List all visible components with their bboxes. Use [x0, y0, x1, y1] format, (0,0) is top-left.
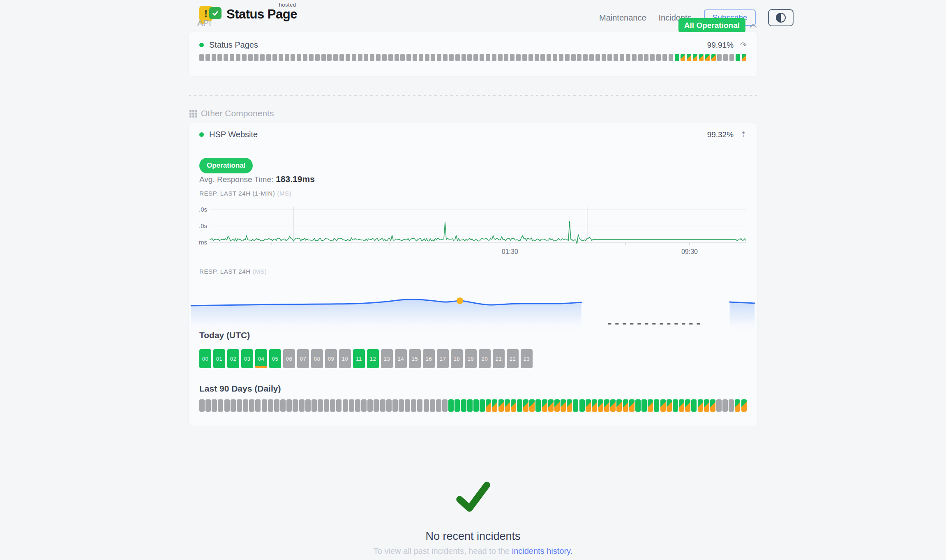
hour-cell[interactable]: 11 — [353, 349, 365, 368]
hour-cell[interactable]: 18 — [451, 349, 463, 368]
hour-cell[interactable]: 09 — [325, 349, 337, 368]
uptime-bar[interactable] — [629, 399, 635, 412]
uptime-bar[interactable] — [364, 54, 368, 61]
uptime-bar[interactable] — [650, 54, 655, 61]
uptime-bar[interactable] — [565, 54, 570, 61]
uptime-bar[interactable] — [486, 399, 491, 412]
uptime-bar[interactable] — [480, 54, 484, 61]
uptime-bar[interactable] — [285, 54, 289, 61]
uptime-bar[interactable] — [303, 54, 307, 61]
uptime-bar[interactable] — [577, 54, 581, 61]
uptime-bar[interactable] — [571, 54, 576, 61]
uptime-bar[interactable] — [199, 399, 205, 412]
uptime-bar[interactable] — [699, 54, 704, 61]
uptime-bar[interactable] — [217, 54, 222, 61]
uptime-bar[interactable] — [461, 54, 466, 61]
uptime-bar[interactable] — [602, 54, 606, 61]
uptime-bar[interactable] — [722, 399, 728, 412]
uptime-bar[interactable] — [498, 54, 503, 61]
uptime-bar[interactable] — [305, 399, 311, 412]
uptime-bar[interactable] — [638, 54, 643, 61]
collapse-arrow-icon[interactable]: ⇡ — [740, 130, 747, 139]
uptime-bar[interactable] — [291, 54, 295, 61]
uptime-bar[interactable] — [535, 54, 539, 61]
uptime-bar[interactable] — [449, 54, 454, 61]
uptime-bar[interactable] — [455, 54, 460, 61]
uptime-bar[interactable] — [224, 399, 230, 412]
uptime-bar[interactable] — [535, 399, 541, 412]
uptime-bar[interactable] — [505, 399, 510, 412]
uptime-bar[interactable] — [212, 54, 216, 61]
hour-cell[interactable]: 10 — [339, 349, 351, 368]
uptime-bar[interactable] — [279, 54, 283, 61]
uptime-bar[interactable] — [522, 54, 527, 61]
uptime-bar[interactable] — [361, 399, 367, 412]
uptime-bar[interactable] — [583, 54, 588, 61]
uptime-bar[interactable] — [405, 399, 410, 412]
uptime-bar[interactable] — [486, 54, 490, 61]
uptime-bar[interactable] — [380, 399, 385, 412]
uptime-bar[interactable] — [400, 54, 405, 61]
uptime-bar[interactable] — [693, 54, 697, 61]
uptime-bar[interactable] — [492, 399, 497, 412]
uptime-bar[interactable] — [419, 54, 423, 61]
uptime-bar[interactable] — [540, 54, 545, 61]
uptime-bar[interactable] — [260, 54, 265, 61]
uptime-bar[interactable] — [736, 54, 740, 61]
uptime-bar[interactable] — [711, 54, 716, 61]
uptime-bar[interactable] — [579, 399, 585, 412]
uptime-bar[interactable] — [705, 54, 710, 61]
uptime-bar[interactable] — [262, 399, 267, 412]
hour-cell[interactable]: 20 — [479, 349, 491, 368]
uptime-bar[interactable] — [679, 399, 684, 412]
uptime-bar[interactable] — [675, 54, 679, 61]
uptime-bar[interactable] — [406, 54, 411, 61]
uptime-bar[interactable] — [425, 54, 429, 61]
uptime-bar[interactable] — [268, 399, 273, 412]
uptime-bar[interactable] — [516, 54, 521, 61]
hour-cell[interactable]: 19 — [465, 349, 477, 368]
uptime-bar[interactable] — [205, 54, 210, 61]
uptime-bar[interactable] — [388, 54, 393, 61]
uptime-bar[interactable] — [248, 54, 253, 61]
uptime-bar[interactable] — [386, 399, 392, 412]
uptime-bar[interactable] — [349, 399, 354, 412]
uptime-bar[interactable] — [554, 399, 560, 412]
uptime-bar[interactable] — [528, 54, 533, 61]
uptime-bar[interactable] — [729, 399, 734, 412]
uptime-bar[interactable] — [641, 399, 647, 412]
uptime-bar[interactable] — [710, 399, 715, 412]
uptime-bar[interactable] — [467, 399, 473, 412]
uptime-bar[interactable] — [735, 399, 740, 412]
uptime-bar[interactable] — [437, 54, 441, 61]
hour-cell[interactable]: 16 — [423, 349, 435, 368]
uptime-bar[interactable] — [321, 54, 326, 61]
uptime-bar[interactable] — [529, 399, 535, 412]
uptime-bar[interactable] — [662, 54, 667, 61]
uptime-bar[interactable] — [510, 54, 515, 61]
uptime-bar[interactable] — [199, 54, 204, 61]
uptime-bar[interactable] — [620, 54, 624, 61]
uptime-bar[interactable] — [286, 399, 292, 412]
uptime-bar[interactable] — [473, 54, 478, 61]
uptime-bar[interactable] — [212, 399, 217, 412]
uptime-bar[interactable] — [413, 54, 417, 61]
uptime-bar[interactable] — [392, 399, 398, 412]
uptime-bar[interactable] — [455, 399, 460, 412]
uptime-bar[interactable] — [424, 399, 429, 412]
uptime-bar[interactable] — [274, 399, 279, 412]
uptime-bar[interactable] — [660, 399, 666, 412]
uptime-bar[interactable] — [352, 54, 356, 61]
hour-cell[interactable]: 21 — [493, 349, 505, 368]
uptime-bar[interactable] — [654, 399, 659, 412]
uptime-bar[interactable] — [231, 399, 236, 412]
uptime-bar[interactable] — [448, 399, 454, 412]
uptime-bar[interactable] — [698, 399, 703, 412]
uptime-bar[interactable] — [249, 399, 254, 412]
uptime-bar[interactable] — [626, 54, 630, 61]
uptime-bar[interactable] — [346, 54, 350, 61]
uptime-bar[interactable] — [358, 54, 362, 61]
hour-cell[interactable]: 23 — [521, 349, 533, 368]
hour-cell[interactable]: 15 — [409, 349, 421, 368]
uptime-bar[interactable] — [523, 399, 528, 412]
